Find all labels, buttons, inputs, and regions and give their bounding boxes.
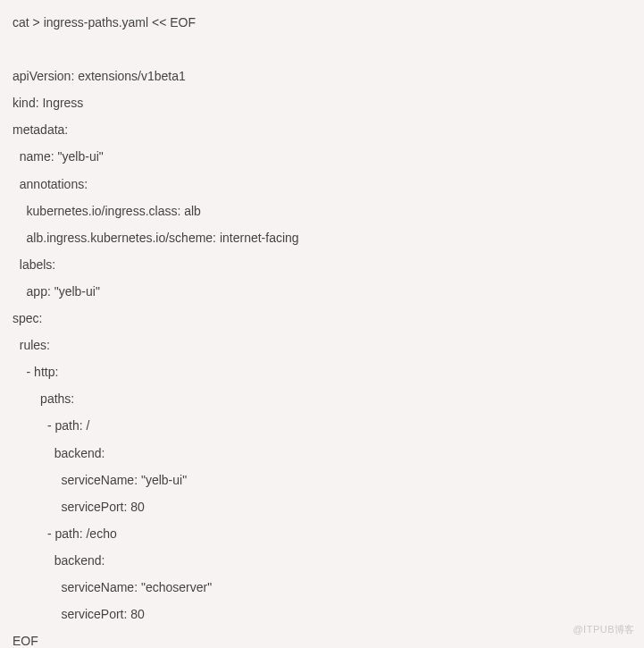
code-line: servicePort: 80: [13, 493, 631, 520]
watermark: @ITPUB博客: [573, 619, 635, 641]
code-line: backend:: [13, 547, 631, 574]
code-block: cat > ingress-paths.yaml << EOF apiVersi…: [13, 9, 631, 648]
code-line: app: "yelb-ui": [13, 278, 631, 305]
code-line: - http:: [13, 358, 631, 385]
code-line: [13, 36, 631, 63]
code-line: serviceName: "yelb-ui": [13, 467, 631, 493]
code-line: name: "yelb-ui": [13, 143, 631, 170]
code-line: - path: /: [13, 412, 631, 439]
code-line: rules:: [13, 332, 631, 358]
code-line: kind: Ingress: [13, 89, 631, 116]
code-line: servicePort: 80: [13, 601, 631, 627]
code-line: backend:: [13, 440, 631, 467]
code-line: metadata:: [13, 116, 631, 143]
code-line: kubernetes.io/ingress.class: alb: [13, 198, 631, 224]
code-line: paths:: [13, 385, 631, 412]
code-line: alb.ingress.kubernetes.io/scheme: intern…: [13, 224, 631, 251]
code-line: - path: /echo: [13, 520, 631, 547]
code-line: EOF: [13, 627, 631, 648]
code-line: labels:: [13, 251, 631, 278]
code-line: apiVersion: extensions/v1beta1: [13, 63, 631, 89]
code-line: spec:: [13, 305, 631, 332]
code-line: serviceName: "echoserver": [13, 574, 631, 601]
code-line: cat > ingress-paths.yaml << EOF: [13, 9, 631, 36]
code-line: annotations:: [13, 171, 631, 198]
